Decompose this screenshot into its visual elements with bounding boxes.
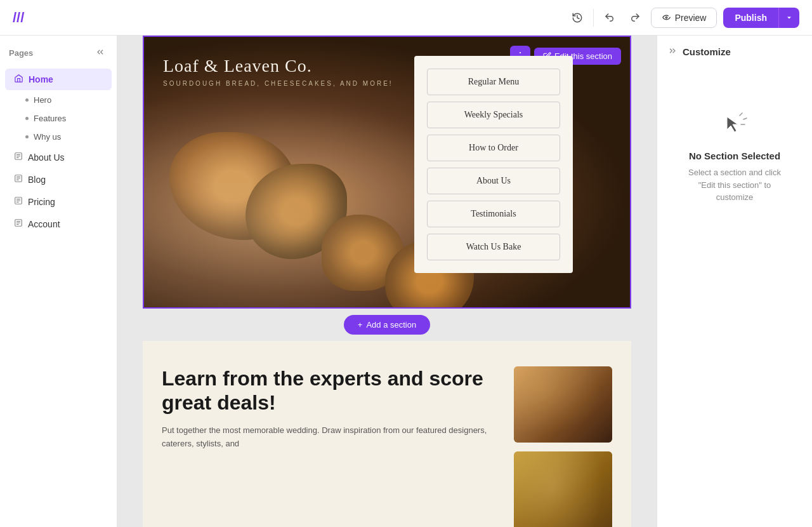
below-fold-section: Learn from the experts and score great d… <box>143 341 631 527</box>
right-panel-header: Customize <box>667 46 802 58</box>
canvas-inner: Loaf & Leaven Co. Sourdough Bread, Chees… <box>143 36 631 527</box>
right-panel-collapse-button[interactable] <box>667 46 678 58</box>
sidebar-features-label: Features <box>34 114 66 123</box>
publish-dropdown-button[interactable] <box>778 8 799 28</box>
sidebar-collapse-button[interactable] <box>93 46 108 60</box>
plus-icon: + <box>358 320 363 330</box>
nav-about-us[interactable]: About Us <box>427 168 560 194</box>
page-icon-about <box>14 152 23 163</box>
history-button[interactable] <box>568 8 587 27</box>
main-layout: Pages Home Hero Features Why us <box>0 36 812 527</box>
preview-button[interactable]: Preview <box>651 8 717 28</box>
sidebar-pricing-label: Pricing <box>28 197 55 207</box>
home-icon <box>14 74 23 85</box>
below-fold-image-small <box>514 366 612 443</box>
sidebar-title: Pages <box>9 48 33 58</box>
app-logo: /// <box>13 10 24 26</box>
sidebar: Pages Home Hero Features Why us <box>0 36 117 527</box>
no-section-description: Select a section and click "Edit this se… <box>680 166 789 204</box>
sidebar-header: Pages <box>0 46 117 68</box>
page-icon-account <box>14 218 23 229</box>
nav-testimonials[interactable]: Testimonials <box>427 201 560 227</box>
add-section-bar: + Add a section <box>143 309 631 341</box>
sub-dot-hero <box>25 98 29 102</box>
page-icon-pricing <box>14 196 23 207</box>
below-fold-images <box>514 366 612 527</box>
sidebar-blog-label: Blog <box>28 175 46 185</box>
sidebar-account-label: Account <box>28 219 60 229</box>
sidebar-item-blog[interactable]: Blog <box>5 169 112 190</box>
hero-tagline: Sourdough Bread, Cheesecakes, and More! <box>163 80 393 87</box>
sidebar-item-home[interactable]: Home <box>5 69 112 90</box>
below-fold-text: Learn from the experts and score great d… <box>162 366 495 450</box>
sidebar-hero-label: Hero <box>34 95 51 105</box>
undo-button[interactable] <box>600 8 619 27</box>
sidebar-sub-whyus[interactable]: Why us <box>5 128 112 145</box>
nav-panel: Regular Menu Weekly Specials How to Orde… <box>414 56 573 273</box>
add-section-button[interactable]: + Add a section <box>344 315 430 335</box>
cursor-icon <box>719 109 750 140</box>
svg-point-0 <box>665 17 667 18</box>
sidebar-whyus-label: Why us <box>34 132 61 142</box>
sidebar-item-about-us[interactable]: About Us <box>5 147 112 168</box>
canvas-area: Loaf & Leaven Co. Sourdough Bread, Chees… <box>117 36 657 527</box>
sub-dot-features <box>25 117 29 120</box>
hero-text: Loaf & Leaven Co. Sourdough Bread, Chees… <box>163 56 393 87</box>
right-panel-title: Customize <box>683 46 731 57</box>
topbar: /// Preview Publish <box>0 0 812 36</box>
nav-watch-us-bake[interactable]: Watch Us Bake <box>427 234 560 260</box>
nav-weekly-specials[interactable]: Weekly Specials <box>427 102 560 128</box>
sub-dot-whyus <box>25 135 29 138</box>
below-fold-description: Put together the most memorable wedding.… <box>162 424 495 451</box>
below-fold-title: Learn from the experts and score great d… <box>162 366 495 415</box>
topbar-divider <box>593 9 594 27</box>
add-section-label: Add a section <box>366 320 416 330</box>
hero-section[interactable]: Loaf & Leaven Co. Sourdough Bread, Chees… <box>143 36 631 309</box>
hero-brand-name: Loaf & Leaven Co. <box>163 56 393 76</box>
sidebar-item-account[interactable]: Account <box>5 213 112 234</box>
publish-button-group: Publish <box>723 8 799 28</box>
no-section-selected: No Section Selected Select a section and… <box>667 70 802 217</box>
nav-regular-menu[interactable]: Regular Menu <box>427 69 560 95</box>
publish-button[interactable]: Publish <box>723 8 778 28</box>
redo-button[interactable] <box>625 8 645 27</box>
right-panel: Customize No Section Selected Select a s… <box>657 36 812 527</box>
svg-line-5 <box>740 113 742 116</box>
preview-label: Preview <box>675 13 707 23</box>
svg-line-6 <box>743 118 747 119</box>
nav-how-to-order[interactable]: How to Order <box>427 135 560 161</box>
sidebar-about-label: About Us <box>28 152 65 163</box>
below-fold-image-large <box>514 451 612 527</box>
sidebar-home-label: Home <box>29 74 53 84</box>
sidebar-item-pricing[interactable]: Pricing <box>5 191 112 212</box>
sidebar-sub-hero[interactable]: Hero <box>5 91 112 109</box>
no-section-title: No Section Selected <box>689 150 780 161</box>
sidebar-sub-features[interactable]: Features <box>5 110 112 127</box>
page-icon-blog <box>14 174 23 185</box>
